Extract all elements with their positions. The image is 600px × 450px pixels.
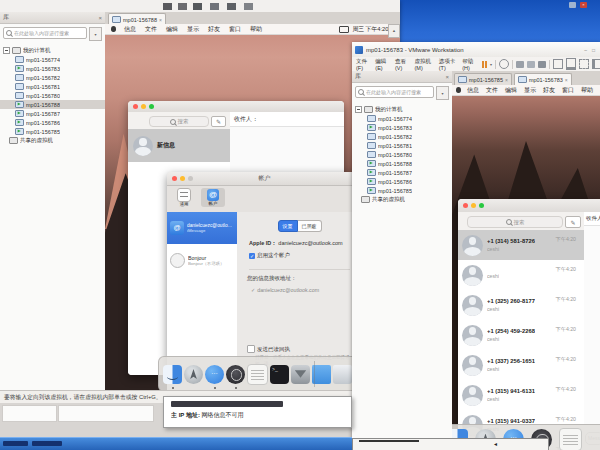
conversation-item[interactable]: ceshi 下午4:20 [458,260,584,290]
conversation-item-new-message[interactable]: 新信息 [128,129,230,162]
menu-item[interactable]: 帮助 [581,86,593,95]
conversation-item[interactable]: +1 (315) 941-6131 ceshi 下午4:20 [458,380,584,410]
snapshot-icon[interactable] [516,61,524,68]
menu-item[interactable]: 选项卡(T) [439,58,456,71]
reach-address-row[interactable]: ✓ danielcuezc@outlook.com [251,287,362,293]
library-search-input[interactable]: 在此处输入内容进行搜索 [355,86,434,98]
tab-close-icon[interactable]: × [505,77,508,83]
library-search-input[interactable]: 在此处输入内容进行搜索 [3,27,87,39]
vm-tree-item[interactable]: mp01-156782 [352,132,452,141]
pause-vm-button[interactable] [482,61,487,68]
minimize-button[interactable]: – [584,47,587,53]
menu-item[interactable]: 帮助(H) [462,58,476,71]
account-item-bonjour[interactable]: Bonjour Bonjour（不活跃） [167,244,237,276]
dock-app-icon[interactable] [333,365,352,384]
tab-close-icon[interactable]: × [565,77,568,83]
accounts-titlebar[interactable]: 帐户 [167,172,362,186]
toolbar-icon[interactable] [227,3,236,10]
menu-item[interactable]: 窗口 [229,25,241,34]
vm-tree-item[interactable]: mp01-156788 [0,100,105,109]
prefs-tab-accounts[interactable]: @ 帐户 [201,188,225,207]
menu-item[interactable]: 虚拟机(M) [414,58,432,71]
account-item-imessage[interactable]: @ danielcuezc@outlo… iMessage [167,212,237,244]
menu-item[interactable]: 查看(V) [395,58,409,71]
toolbar-icon[interactable] [163,3,172,10]
vm-tree-item[interactable]: mp01-156774 [352,114,452,123]
dock-app-icon[interactable] [291,365,310,384]
console-view-icon[interactable] [566,58,576,70]
search-options-dropdown[interactable]: ▾ [436,86,449,100]
vm-tab[interactable]: mp01-156785 × [454,73,512,85]
dock-app-icon[interactable] [531,429,552,450]
pause-dropdown-icon[interactable]: ▾ [490,62,492,67]
prefs-tab-general[interactable]: 通用 [173,188,195,207]
tree-collapse-icon[interactable] [3,47,10,54]
dock-app-icon[interactable] [452,429,468,450]
messages-search-input[interactable]: 搜索 [149,116,209,127]
menu-item[interactable]: 信息 [124,25,136,34]
vm-tree-item[interactable]: mp01-156780 [0,91,105,100]
vm-tree-item[interactable]: mp01-156774 [0,55,105,64]
vm-tab[interactable]: mp01-156783 × [514,73,572,85]
dock-app-icon[interactable] [247,364,268,385]
zoom-traffic-light[interactable] [149,104,154,109]
tab-close-icon[interactable]: × [159,17,162,23]
conversation-item[interactable]: +1 (314) 581-8726 ceshi 下午4:20 [458,230,584,260]
dock-app-icon[interactable] [559,428,582,450]
menubar-clock[interactable]: 周三 下午4:20 [352,25,388,34]
window-close-button[interactable]: × [580,2,587,8]
window-minimize-button[interactable] [569,2,576,8]
menu-item[interactable]: 好友 [543,86,555,95]
dock-app-icon[interactable] [475,429,496,450]
vm-tree-item[interactable]: mp01-156785 [352,186,452,195]
menu-item[interactable]: 窗口 [562,86,574,95]
zoom-traffic-light[interactable] [479,203,484,208]
show-library-toggle-icon[interactable] [553,59,563,69]
toolbar-icon[interactable] [244,3,253,10]
toolbar-icon[interactable] [210,3,219,10]
vm-tree-item[interactable]: mp01-156783 [352,123,452,132]
compose-button[interactable]: ✎ [211,116,226,127]
maximize-button[interactable]: □ [592,47,595,53]
vm-tree-item[interactable]: mp01-156786 [0,118,105,127]
messages-titlebar[interactable] [458,199,600,213]
menu-item[interactable]: 文件 [486,86,498,95]
minimize-traffic-light[interactable] [141,104,146,109]
revert-snapshot-icon[interactable] [527,61,535,68]
manage-snapshots-icon[interactable] [538,61,546,68]
vm-tree-item[interactable]: mp01-156783 [0,64,105,73]
vm-tree-item[interactable]: mp01-156782 [0,73,105,82]
vm-tree-item[interactable]: mp01-156788 [352,159,452,168]
compose-button[interactable]: ✎ [565,216,581,228]
library-close-icon[interactable]: × [445,74,449,80]
menu-item[interactable]: 编辑 [166,25,178,34]
library-close-icon[interactable]: × [98,15,102,21]
apple-menu-icon[interactable] [456,87,461,93]
vm-tree-item[interactable]: mp01-156780 [352,150,452,159]
vm-tree-item[interactable]: mp01-156787 [0,109,105,118]
tree-shared-vms[interactable]: 共享的虚拟机 [0,136,105,145]
close-traffic-light[interactable] [133,104,138,109]
menu-item[interactable]: 好友 [208,25,220,34]
dock-app-icon[interactable] [270,365,289,384]
right-window-titlebar[interactable]: mp01-156783 - VMware Workstation – □ × [352,42,600,58]
dock-app-icon[interactable] [163,365,182,384]
search-options-dropdown[interactable]: ▾ [89,27,102,41]
vm-tree-item[interactable]: mp01-156781 [352,141,452,150]
tab-settings[interactable]: 设置 [278,220,298,232]
dock-app-icon[interactable] [205,365,224,384]
unity-view-icon[interactable] [592,59,600,69]
vm-tree-item[interactable]: mp01-156786 [352,177,452,186]
conversation-item[interactable]: +1 (254) 459-2268 ceshi 下午4:20 [458,320,584,350]
conversation-item[interactable]: +1 (337) 256-1651 ceshi 下午4:20 [458,350,584,380]
menu-item[interactable]: 显示 [187,25,199,34]
menu-item[interactable]: 编辑 [505,86,517,95]
toolbar-icon[interactable] [178,3,187,10]
tree-root-my-computer[interactable]: 我的计算机 [352,105,452,114]
dock-app-icon[interactable] [226,365,245,384]
toolbar-icon[interactable] [193,3,202,10]
menu-item[interactable]: 显示 [524,86,536,95]
apple-menu-icon[interactable] [111,26,116,32]
display-status-icon[interactable] [339,26,349,33]
vm-tree-item[interactable]: mp01-156781 [0,82,105,91]
